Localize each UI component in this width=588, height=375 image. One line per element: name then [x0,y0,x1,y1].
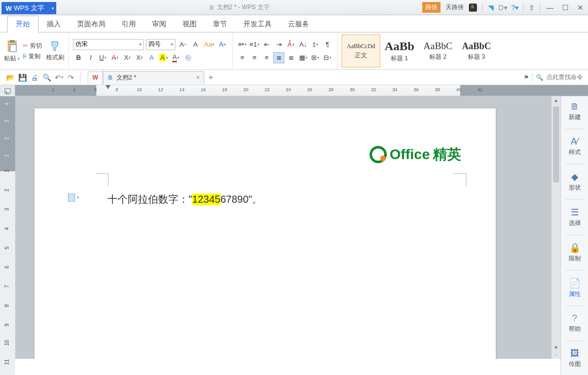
strikethrough-button[interactable]: A̶▾ [109,52,121,63]
qat-save-icon[interactable]: 💾 [16,71,28,84]
copy-button[interactable]: ⎘复制 [23,52,42,61]
tab-references[interactable]: 引用 [114,16,144,32]
tab-insert[interactable]: 插入 [39,16,69,32]
increase-indent-button[interactable]: ⇥ [273,39,284,50]
tab-view[interactable]: 视图 [174,16,205,32]
app-logo[interactable]: WWPS 文字 [2,2,49,14]
shading-button[interactable]: ▦▾ [298,52,309,63]
text-effect-button[interactable]: A [146,52,157,63]
paste-icon[interactable] [5,39,20,53]
side-properties[interactable]: 📄属性 [569,278,581,298]
help-icon[interactable]: ?▾ [509,2,521,14]
cut-button[interactable]: ✂剪切 [23,42,42,50]
page-canvas[interactable]: Office 精英 ▾ 十个阿拉伯数字："1234567890"。 [34,108,496,359]
tab-page-layout[interactable]: 页面布局 [69,16,114,32]
underline-button[interactable]: U▾ [97,52,108,63]
qat-preview-icon[interactable]: 🔍 [41,71,53,84]
font-name-combo[interactable]: 仿宋▾ [73,39,144,50]
scroll-up-icon[interactable]: ▲ [552,96,561,104]
maximize-button[interactable]: ☐ [558,2,573,14]
bullets-button[interactable]: ≡•▾ [237,39,248,50]
line-spacing-button[interactable]: ‡▾ [310,39,321,50]
align-center-button[interactable]: ≡ [249,52,260,63]
tab-developer[interactable]: 开发工具 [235,16,280,32]
borders-button[interactable]: ⊞▾ [310,52,321,63]
qat-undo-icon[interactable]: ↶▾ [53,71,65,84]
qat-redo-icon[interactable]: ↷ [65,71,77,84]
watermark-circle-icon [370,146,387,163]
numbering-button[interactable]: ≡1▾ [249,39,260,50]
subscript-button[interactable]: X2 [134,52,145,63]
new-tab-button[interactable]: + [204,73,217,82]
style-normal[interactable]: AaBbCcDd 正文 [342,34,380,67]
side-new[interactable]: 🗎新建 [569,101,581,122]
document-tab[interactable]: 🗎 文档2 * × [103,71,204,84]
svg-rect-2 [10,45,16,52]
phonetic-button[interactable]: ㊓ [182,52,194,63]
side-help[interactable]: ?帮助 [569,313,581,333]
font-size-combo[interactable]: 四号▾ [146,39,175,50]
grow-font-button[interactable]: A+ [177,39,189,50]
app-menu-dropdown[interactable]: ▾ [49,2,56,14]
minimize-button[interactable]: — [542,2,558,14]
side-transfer[interactable]: 🖼传图 [569,348,581,368]
align-left-button[interactable]: ≡ [237,52,248,63]
scroll-thumb[interactable] [553,106,559,182]
qat-print-icon[interactable]: 🖨 [28,71,41,84]
copy-icon: ⎘ [23,53,26,60]
highlight-button[interactable]: A▾ [158,52,169,63]
tab-start[interactable]: 开始 [7,16,39,32]
side-select[interactable]: ☰选择 [569,207,581,228]
document-text[interactable]: 十个阿拉伯数字："1234567890"。 [107,193,262,206]
style-heading1[interactable]: AaBb 标题 1 [380,34,419,67]
tab-review[interactable]: 审阅 [144,16,174,32]
paste-button[interactable]: 粘贴▾ [4,54,20,63]
side-shapes[interactable]: ◆形状 [569,171,581,192]
superscript-button[interactable]: X2 [122,52,133,63]
change-case-button[interactable]: Aa▾ [204,39,215,50]
font-color-button[interactable]: A▾ [170,52,181,63]
decrease-indent-button[interactable]: ⇤ [261,39,272,50]
tab-cloud[interactable]: 云服务 [280,16,317,32]
margin-corner-tr [453,173,466,186]
show-marks-button[interactable]: ¶ [322,39,333,50]
align-distribute-button[interactable]: ≣ [285,52,297,63]
vertical-ruler[interactable]: 123456789101112134321 [0,96,15,359]
tab-stop-selector[interactable]: ∟ [5,88,11,93]
flag-icon[interactable]: ⚑ [524,74,529,81]
tab-chapter[interactable]: 章节 [205,16,235,32]
upload-icon[interactable]: ⇪ [526,2,538,14]
align-right-button[interactable]: ≡ [261,52,272,63]
scissors-icon: ✂ [23,42,28,49]
search-hint[interactable]: 点此查找命令 [546,73,583,82]
transfer-icon: 🖼 [570,348,579,359]
style-heading3[interactable]: AaBbC 标题 3 [457,34,496,67]
align-justify-button[interactable]: ≣ [273,52,284,63]
user-name[interactable]: 天路侠 [444,3,466,12]
format-painter-icon[interactable] [50,40,61,52]
bold-button[interactable]: B [73,52,84,63]
home-tab[interactable]: W [88,71,103,84]
clear-format-button[interactable]: A̶▾ [217,39,228,50]
settings-d-icon[interactable]: D▾ [497,2,509,14]
style-heading2[interactable]: AaBbC 标题 2 [419,34,457,67]
scroll-menu-icon[interactable]: ◦ [552,351,561,359]
lock-icon: 🔒 [569,242,580,253]
vertical-scrollbar[interactable]: ▲ ▼ ◦ [552,96,561,359]
paragraph-handle[interactable]: ▾ [68,194,79,202]
shrink-font-button[interactable]: A- [191,39,202,50]
horizontal-ruler[interactable]: ∟ 24681012141618202224262830323436384042 [0,85,588,96]
side-styles[interactable]: A⁄样式 [569,136,581,157]
italic-button[interactable]: I [85,52,96,63]
format-painter-button[interactable]: 格式刷 [46,53,64,62]
asian-layout-button[interactable]: A̽▾ [285,39,297,50]
close-tab-icon[interactable]: × [196,74,200,81]
highlighted-text: 12345 [192,194,220,205]
qat-open-icon[interactable]: 📂 [4,71,16,84]
badge-orange[interactable]: 路侠 [422,2,440,13]
close-button[interactable]: ✕ [573,2,588,14]
sort-button[interactable]: A↓ [298,39,309,50]
tabs-button[interactable]: ⊟▾ [322,52,333,63]
cloud-sync-icon[interactable]: ◥ [485,2,497,14]
side-restrict[interactable]: 🔒限制 [569,242,581,263]
